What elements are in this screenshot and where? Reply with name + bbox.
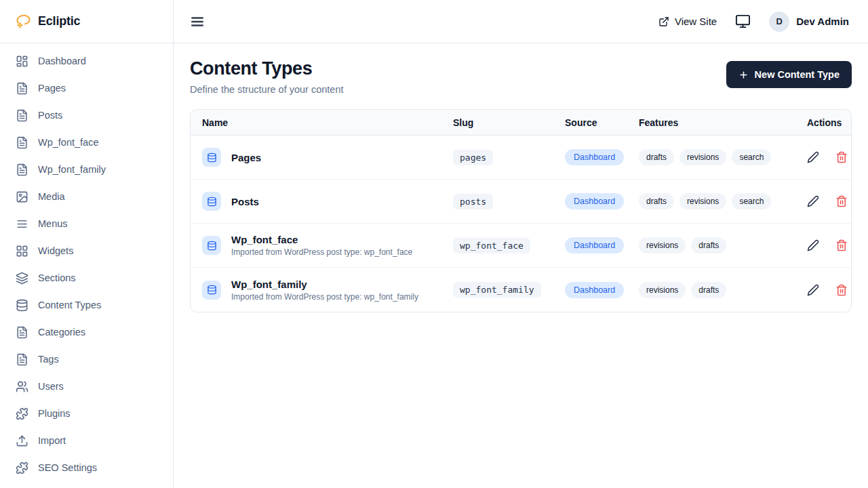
source-cell: Dashboard — [565, 149, 639, 165]
feature-badge: drafts — [691, 282, 726, 298]
view-site-label: View Site — [675, 16, 717, 27]
content-type-name: Wp_font_face — [231, 234, 412, 245]
sidebar-item-widgets[interactable]: Widgets — [0, 237, 173, 264]
source-badge: Dashboard — [565, 193, 624, 209]
trash-icon — [835, 239, 848, 251]
column-header-actions: Actions — [807, 117, 842, 128]
topbar-actions: View Site D Dev Admin — [658, 12, 849, 32]
source-badge: Dashboard — [565, 237, 624, 253]
name-cell: Pages — [202, 148, 453, 167]
delete-button[interactable] — [835, 151, 848, 163]
file-icon — [16, 109, 28, 122]
image-icon — [16, 190, 28, 203]
pencil-icon — [807, 284, 819, 296]
content-type-slug: pages — [453, 150, 493, 165]
name-cell: Posts — [202, 192, 453, 211]
delete-button[interactable] — [835, 195, 848, 207]
external-link-icon — [658, 16, 669, 27]
sidebar-item-users[interactable]: Users — [0, 373, 173, 400]
edit-button[interactable] — [807, 195, 819, 207]
sidebar: Ecliptic Dashboard Pages Posts Wp_font_f… — [0, 0, 174, 488]
user-name: Dev Admin — [796, 16, 849, 27]
app-root: Ecliptic Dashboard Pages Posts Wp_font_f… — [0, 0, 868, 488]
feature-badge: revisions — [679, 193, 726, 209]
features-list: draftsrevisionssearch — [639, 149, 807, 165]
avatar: D — [769, 12, 789, 32]
widgets-icon — [16, 245, 28, 258]
feature-badge: drafts — [691, 237, 726, 253]
slug-cell: pages — [453, 150, 565, 165]
sidebar-item-pages[interactable]: Pages — [0, 75, 173, 102]
edit-button[interactable] — [807, 284, 819, 296]
comet-logo-icon — [14, 12, 32, 30]
menu-icon — [16, 218, 28, 230]
sidebar-item-content-types[interactable]: Content Types — [0, 291, 173, 319]
content-type-name: Wp_font_family — [231, 279, 418, 290]
edit-button[interactable] — [807, 239, 819, 251]
page-header: Content Types Define the structure of yo… — [190, 58, 852, 95]
source-cell: Dashboard — [565, 237, 639, 253]
sidebar-toggle-button[interactable] — [190, 14, 205, 29]
sidebar-item-posts[interactable]: Posts — [0, 102, 173, 129]
feature-badge: search — [732, 149, 771, 165]
delete-button[interactable] — [835, 284, 848, 296]
database-icon — [202, 148, 221, 167]
sidebar-item-dashboard[interactable]: Dashboard — [0, 47, 173, 75]
pencil-icon — [807, 239, 819, 251]
feature-badge: drafts — [639, 149, 674, 165]
content-type-name: Posts — [231, 196, 259, 207]
pencil-icon — [807, 151, 819, 163]
table-header-row: Name Slug Source Features Actions — [191, 110, 851, 136]
sidebar-item-wp-font-face[interactable]: Wp_font_face — [0, 129, 173, 156]
column-header-features: Features — [639, 117, 807, 128]
sidebar-item-menus[interactable]: Menus — [0, 210, 173, 237]
plus-icon — [738, 70, 749, 80]
column-header-source: Source — [565, 117, 639, 128]
page-header-text: Content Types Define the structure of yo… — [190, 58, 344, 95]
delete-button[interactable] — [835, 239, 848, 251]
file-icon — [16, 353, 28, 366]
pencil-icon — [807, 195, 819, 207]
content-type-description: Imported from WordPress post type: wp_fo… — [231, 247, 412, 257]
main-column: View Site D Dev Admin Content Types Defi… — [174, 0, 868, 488]
source-badge: Dashboard — [565, 149, 624, 165]
file-icon — [16, 326, 28, 339]
features-list: revisionsdrafts — [639, 237, 807, 253]
sidebar-item-seo-settings[interactable]: SEO Settings — [0, 454, 173, 481]
database-icon — [16, 299, 28, 312]
feature-badge: revisions — [639, 237, 686, 253]
puzzle-icon — [16, 407, 28, 420]
content-type-description: Imported from WordPress post type: wp_fo… — [231, 292, 418, 302]
file-icon — [16, 136, 28, 149]
sidebar-item-import[interactable]: Import — [0, 427, 173, 454]
topbar: View Site D Dev Admin — [174, 0, 868, 43]
source-cell: Dashboard — [565, 193, 639, 209]
sidebar-item-media[interactable]: Media — [0, 183, 173, 210]
page-content: Content Types Define the structure of yo… — [174, 43, 868, 312]
slug-cell: posts — [453, 194, 565, 209]
slug-cell: wp_font_face — [453, 238, 565, 253]
sidebar-item-tags[interactable]: Tags — [0, 346, 173, 373]
view-site-link[interactable]: View Site — [658, 16, 717, 27]
content-type-name: Pages — [231, 152, 261, 163]
content-type-slug: wp_font_face — [453, 238, 530, 253]
trash-icon — [835, 284, 848, 296]
user-menu[interactable]: D Dev Admin — [769, 12, 849, 32]
trash-icon — [835, 195, 848, 207]
sidebar-item-sections[interactable]: Sections — [0, 264, 173, 291]
puzzle-icon — [16, 462, 28, 474]
slug-cell: wp_font_family — [453, 282, 565, 298]
name-cell: Wp_font_family Imported from WordPress p… — [202, 279, 453, 302]
database-icon — [202, 281, 221, 300]
table-row: Pages pages Dashboard draftsrevisionssea… — [191, 136, 851, 180]
database-icon — [202, 236, 221, 255]
sidebar-item-plugins[interactable]: Plugins — [0, 400, 173, 427]
device-preview-button[interactable] — [735, 14, 751, 29]
new-content-type-button[interactable]: New Content Type — [726, 61, 852, 88]
sidebar-item-wp-font-family[interactable]: Wp_font_family — [0, 156, 173, 183]
edit-button[interactable] — [807, 151, 819, 163]
sidebar-item-categories[interactable]: Categories — [0, 319, 173, 346]
actions-cell — [807, 195, 852, 207]
content-type-slug: posts — [453, 194, 493, 209]
feature-badge: revisions — [679, 149, 726, 165]
